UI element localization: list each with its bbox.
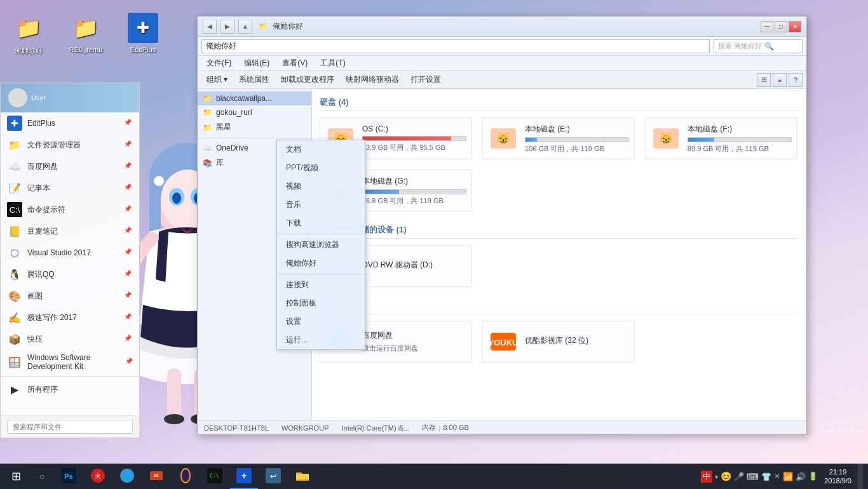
taskbar-email[interactable]: ✉ xyxy=(142,464,170,489)
ctx-download[interactable]: 下载 xyxy=(277,214,365,232)
view-btn2[interactable]: ≡ xyxy=(773,73,787,87)
sidebar-item-2[interactable]: 📁 黑星 xyxy=(198,119,311,135)
start-qq-label: 腾讯QQ xyxy=(27,269,55,280)
sidebar-item-0[interactable]: 📁 blackcatwallpa... xyxy=(198,91,311,105)
pin-icon-6: 📌 xyxy=(124,248,133,257)
drive-g-info: 本地磁盘 (G:) 76.8 GB 可用，共 119 GB xyxy=(362,176,466,206)
taskbar-search[interactable]: ○ xyxy=(32,466,52,486)
ctx-documents[interactable]: 文档 xyxy=(277,140,365,159)
nav-up-btn[interactable]: ▲ xyxy=(238,20,252,34)
drive-e-bar xyxy=(526,138,537,142)
ctx-nieta[interactable]: 俺她你好 xyxy=(277,254,365,272)
maximize-btn[interactable]: □ xyxy=(775,21,787,32)
processor-info: Intel(R) Core(TM) i5... xyxy=(341,424,409,432)
menu-tools[interactable]: 工具(T) xyxy=(315,57,350,70)
show-desktop-corner[interactable] xyxy=(858,464,863,489)
start-winsdk[interactable]: 🪟 Windows Software Development Kit 📌 xyxy=(1,350,139,374)
svg-text:😸: 😸 xyxy=(496,131,511,145)
youku[interactable]: YOUKU 优酷影视库 (32 位) xyxy=(482,321,635,363)
view-btn1[interactable]: ⊞ xyxy=(757,73,771,87)
uninstall-btn[interactable]: 卸载或更改程序 xyxy=(276,72,339,88)
start-fileexplorer[interactable]: 📁 文件资源管理器 📌 xyxy=(1,134,139,156)
ctx-controlpanel[interactable]: 控制面板 xyxy=(277,294,365,312)
sidebar-icon-0: 📁 xyxy=(203,94,212,103)
ctx-settings[interactable]: 设置 xyxy=(277,312,365,331)
taskbar-cmd[interactable]: C:\ xyxy=(201,464,229,489)
drive-f-icon: 😸 xyxy=(651,123,681,154)
menu-edit[interactable]: 编辑(E) xyxy=(239,57,275,70)
svg-text:C:\: C:\ xyxy=(210,473,219,479)
taskbar-back[interactable]: ↩ xyxy=(259,464,287,489)
start-doumai[interactable]: 📒 豆麦笔记 📌 xyxy=(1,220,139,242)
nav-back-btn[interactable]: ◀ xyxy=(203,20,217,34)
start-cmd[interactable]: C:\ 命令提示符 📌 xyxy=(1,199,139,220)
ctx-browser[interactable]: 搜狗高速浏览器 xyxy=(277,236,365,254)
start-qq[interactable]: 🐧 腾讯QQ 📌 xyxy=(1,264,139,285)
system-props-btn[interactable]: 系统属性 xyxy=(234,72,275,88)
ctx-video[interactable]: 视频 xyxy=(277,177,365,196)
systray-close: ✕ xyxy=(774,472,780,481)
start-quickzip[interactable]: 📦 快压 📌 xyxy=(1,328,139,350)
systray-network: 📶 xyxy=(783,472,793,481)
minimize-btn[interactable]: ─ xyxy=(761,21,773,32)
taskbar-browser[interactable]: 🌐 xyxy=(113,464,141,489)
taskbar-app-red[interactable]: 火 xyxy=(84,464,112,489)
search-placeholder-text: 搜索 俺她你好 xyxy=(718,41,762,51)
drive-c-size: 13.9 GB 可用，共 95.5 GB xyxy=(362,143,466,152)
folder1-icon: 📁 xyxy=(13,13,44,43)
start-jisu[interactable]: ✍️ 极速写作 2017 📌 xyxy=(1,307,139,328)
pin-icon-8: 📌 xyxy=(124,291,133,300)
ctx-music[interactable]: 音乐 xyxy=(277,196,365,214)
drive-f[interactable]: 😸 本地磁盘 (F:) 89.9 GB 可用，共 119 GB xyxy=(645,117,797,159)
search-box[interactable]: 搜索 俺她你好 🔍 xyxy=(714,39,803,53)
folder1-label: 俺她你好 xyxy=(15,46,43,55)
drive-e-bar-container xyxy=(525,137,629,142)
organize-btn[interactable]: 组织 ▾ xyxy=(201,72,233,88)
drive-f-size: 89.9 GB 可用，共 119 GB xyxy=(688,144,792,154)
ctx-run[interactable]: 运行... xyxy=(277,331,365,349)
start-all-programs[interactable]: ▶ 所有程序 xyxy=(1,378,139,400)
ctx-connect[interactable]: 连接到 xyxy=(277,276,365,294)
systray-dot: ♦ xyxy=(715,473,718,480)
start-button[interactable]: ⊞ xyxy=(0,464,32,489)
taskbar-photoshop[interactable]: Ps xyxy=(55,464,83,489)
quickzip-icon: 📦 xyxy=(7,332,22,347)
desktop-icon-folder1[interactable]: 📁 俺她你好 xyxy=(6,13,51,55)
nav-forward-btn[interactable]: ▶ xyxy=(220,20,234,34)
taskbar-folder[interactable] xyxy=(288,464,316,489)
start-paint[interactable]: 🎨 画图 📌 xyxy=(1,285,139,307)
ime-indicator[interactable]: 中 xyxy=(701,471,712,483)
baidu-desc: 双击运行百度网盘 xyxy=(362,344,466,353)
address-path[interactable]: 俺她你好 xyxy=(201,39,710,53)
open-settings-btn[interactable]: 打开设置 xyxy=(405,72,446,88)
taskbar-clock[interactable]: 21:19 2018/9/0 xyxy=(820,467,855,486)
pin-icon-10: 📌 xyxy=(124,335,133,344)
start-jisu-label: 极速写作 2017 xyxy=(27,312,77,323)
taskbar-editplus[interactable]: + xyxy=(230,464,258,489)
help-btn[interactable]: ? xyxy=(789,73,803,87)
start-search-input[interactable] xyxy=(7,420,133,434)
drive-c-info: OS (C:) 13.9 GB 可用，共 95.5 GB xyxy=(362,124,466,152)
menu-view[interactable]: 查看(V) xyxy=(277,57,313,70)
map-drive-btn[interactable]: 映射网络驱动器 xyxy=(341,72,404,88)
svg-point-7 xyxy=(172,192,181,204)
editplus-label: EditPlus xyxy=(130,46,156,53)
close-btn[interactable]: ✕ xyxy=(789,21,801,32)
start-baidu[interactable]: ☁️ 百度网盘 📌 xyxy=(1,156,139,177)
desktop-icon-editplus[interactable]: ✚ EditPlus xyxy=(121,13,165,55)
start-notepad[interactable]: 📝 记事本 📌 xyxy=(1,177,139,199)
taskbar-eclipse[interactable] xyxy=(172,464,200,489)
menu-file[interactable]: 文件(F) xyxy=(201,57,236,70)
start-vs[interactable]: ⬡ Visual Studio 2017 📌 xyxy=(1,242,139,264)
ctx-ppt[interactable]: PPT/视频 xyxy=(277,159,365,177)
drive-e-size: 106 GB 可用，共 119 GB xyxy=(525,144,629,154)
start-menu-footer xyxy=(1,415,139,438)
baidu-info: 百度网盘 双击运行百度网盘 xyxy=(362,330,466,353)
svg-rect-9 xyxy=(167,368,181,419)
start-divider xyxy=(1,376,139,377)
desktop-icon-folder2[interactable]: 📁 RE0_remu xyxy=(64,13,108,55)
drive-e[interactable]: 😸 本地磁盘 (E:) 106 GB 可用，共 119 GB xyxy=(482,117,635,159)
start-editplus[interactable]: ✚ EditPlus 📌 xyxy=(1,112,139,134)
sidebar-item-1[interactable]: 📁 gokou_ruri xyxy=(198,105,311,119)
svg-point-15 xyxy=(154,176,164,186)
